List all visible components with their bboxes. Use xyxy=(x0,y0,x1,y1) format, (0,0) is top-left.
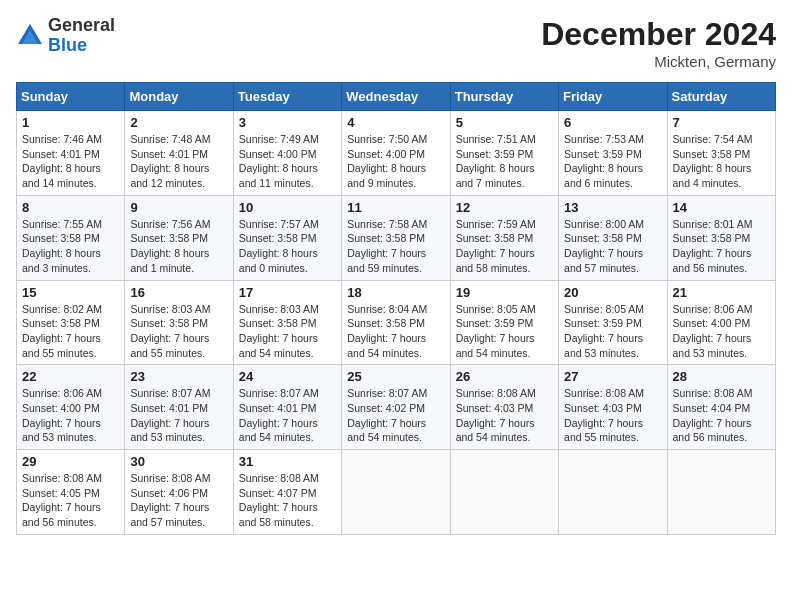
calendar-cell: 30 Sunrise: 8:08 AM Sunset: 4:06 PM Dayl… xyxy=(125,450,233,535)
day-number: 26 xyxy=(456,369,553,384)
day-info: Sunrise: 8:08 AM Sunset: 4:05 PM Dayligh… xyxy=(22,471,119,530)
calendar-cell: 17 Sunrise: 8:03 AM Sunset: 3:58 PM Dayl… xyxy=(233,280,341,365)
logo-general-text: General xyxy=(48,16,115,36)
calendar-cell xyxy=(667,450,775,535)
day-number: 30 xyxy=(130,454,227,469)
calendar-cell: 28 Sunrise: 8:08 AM Sunset: 4:04 PM Dayl… xyxy=(667,365,775,450)
calendar-cell: 22 Sunrise: 8:06 AM Sunset: 4:00 PM Dayl… xyxy=(17,365,125,450)
calendar-cell: 3 Sunrise: 7:49 AM Sunset: 4:00 PM Dayli… xyxy=(233,111,341,196)
day-number: 14 xyxy=(673,200,770,215)
day-info: Sunrise: 8:08 AM Sunset: 4:07 PM Dayligh… xyxy=(239,471,336,530)
day-info: Sunrise: 8:06 AM Sunset: 4:00 PM Dayligh… xyxy=(673,302,770,361)
day-number: 19 xyxy=(456,285,553,300)
calendar-cell: 23 Sunrise: 8:07 AM Sunset: 4:01 PM Dayl… xyxy=(125,365,233,450)
calendar-cell: 21 Sunrise: 8:06 AM Sunset: 4:00 PM Dayl… xyxy=(667,280,775,365)
calendar-cell: 20 Sunrise: 8:05 AM Sunset: 3:59 PM Dayl… xyxy=(559,280,667,365)
title-area: December 2024 Mickten, Germany xyxy=(541,16,776,70)
weekday-header: Monday xyxy=(125,83,233,111)
day-number: 24 xyxy=(239,369,336,384)
day-info: Sunrise: 7:58 AM Sunset: 3:58 PM Dayligh… xyxy=(347,217,444,276)
day-number: 27 xyxy=(564,369,661,384)
day-number: 28 xyxy=(673,369,770,384)
day-number: 20 xyxy=(564,285,661,300)
month-title: December 2024 xyxy=(541,16,776,53)
calendar-cell: 7 Sunrise: 7:54 AM Sunset: 3:58 PM Dayli… xyxy=(667,111,775,196)
logo-blue-text: Blue xyxy=(48,36,115,56)
header: General Blue December 2024 Mickten, Germ… xyxy=(16,16,776,70)
logo: General Blue xyxy=(16,16,115,56)
day-number: 11 xyxy=(347,200,444,215)
weekday-header: Tuesday xyxy=(233,83,341,111)
day-info: Sunrise: 8:04 AM Sunset: 3:58 PM Dayligh… xyxy=(347,302,444,361)
calendar-cell: 11 Sunrise: 7:58 AM Sunset: 3:58 PM Dayl… xyxy=(342,195,450,280)
day-info: Sunrise: 8:03 AM Sunset: 3:58 PM Dayligh… xyxy=(130,302,227,361)
day-number: 1 xyxy=(22,115,119,130)
day-number: 8 xyxy=(22,200,119,215)
calendar-cell: 8 Sunrise: 7:55 AM Sunset: 3:58 PM Dayli… xyxy=(17,195,125,280)
day-info: Sunrise: 8:02 AM Sunset: 3:58 PM Dayligh… xyxy=(22,302,119,361)
day-info: Sunrise: 8:00 AM Sunset: 3:58 PM Dayligh… xyxy=(564,217,661,276)
weekday-header: Friday xyxy=(559,83,667,111)
day-number: 17 xyxy=(239,285,336,300)
day-number: 6 xyxy=(564,115,661,130)
calendar-week-row: 22 Sunrise: 8:06 AM Sunset: 4:00 PM Dayl… xyxy=(17,365,776,450)
day-info: Sunrise: 8:08 AM Sunset: 4:06 PM Dayligh… xyxy=(130,471,227,530)
calendar-cell: 6 Sunrise: 7:53 AM Sunset: 3:59 PM Dayli… xyxy=(559,111,667,196)
day-info: Sunrise: 8:01 AM Sunset: 3:58 PM Dayligh… xyxy=(673,217,770,276)
day-number: 18 xyxy=(347,285,444,300)
day-info: Sunrise: 8:08 AM Sunset: 4:03 PM Dayligh… xyxy=(564,386,661,445)
day-info: Sunrise: 7:57 AM Sunset: 3:58 PM Dayligh… xyxy=(239,217,336,276)
day-info: Sunrise: 8:07 AM Sunset: 4:02 PM Dayligh… xyxy=(347,386,444,445)
day-number: 25 xyxy=(347,369,444,384)
calendar-cell: 27 Sunrise: 8:08 AM Sunset: 4:03 PM Dayl… xyxy=(559,365,667,450)
calendar-cell: 14 Sunrise: 8:01 AM Sunset: 3:58 PM Dayl… xyxy=(667,195,775,280)
calendar-cell: 31 Sunrise: 8:08 AM Sunset: 4:07 PM Dayl… xyxy=(233,450,341,535)
calendar-cell: 29 Sunrise: 8:08 AM Sunset: 4:05 PM Dayl… xyxy=(17,450,125,535)
calendar-cell xyxy=(450,450,558,535)
day-number: 9 xyxy=(130,200,227,215)
day-info: Sunrise: 7:48 AM Sunset: 4:01 PM Dayligh… xyxy=(130,132,227,191)
logo-icon xyxy=(16,22,44,50)
weekday-header: Sunday xyxy=(17,83,125,111)
calendar-cell: 18 Sunrise: 8:04 AM Sunset: 3:58 PM Dayl… xyxy=(342,280,450,365)
calendar-week-row: 1 Sunrise: 7:46 AM Sunset: 4:01 PM Dayli… xyxy=(17,111,776,196)
day-info: Sunrise: 8:07 AM Sunset: 4:01 PM Dayligh… xyxy=(239,386,336,445)
day-info: Sunrise: 8:08 AM Sunset: 4:04 PM Dayligh… xyxy=(673,386,770,445)
calendar: SundayMondayTuesdayWednesdayThursdayFrid… xyxy=(16,82,776,535)
day-number: 21 xyxy=(673,285,770,300)
calendar-cell: 19 Sunrise: 8:05 AM Sunset: 3:59 PM Dayl… xyxy=(450,280,558,365)
day-number: 4 xyxy=(347,115,444,130)
day-number: 22 xyxy=(22,369,119,384)
calendar-cell: 12 Sunrise: 7:59 AM Sunset: 3:58 PM Dayl… xyxy=(450,195,558,280)
day-info: Sunrise: 7:55 AM Sunset: 3:58 PM Dayligh… xyxy=(22,217,119,276)
calendar-cell: 10 Sunrise: 7:57 AM Sunset: 3:58 PM Dayl… xyxy=(233,195,341,280)
day-info: Sunrise: 7:59 AM Sunset: 3:58 PM Dayligh… xyxy=(456,217,553,276)
calendar-cell: 1 Sunrise: 7:46 AM Sunset: 4:01 PM Dayli… xyxy=(17,111,125,196)
day-number: 13 xyxy=(564,200,661,215)
day-info: Sunrise: 8:06 AM Sunset: 4:00 PM Dayligh… xyxy=(22,386,119,445)
day-number: 29 xyxy=(22,454,119,469)
location: Mickten, Germany xyxy=(541,53,776,70)
day-info: Sunrise: 8:05 AM Sunset: 3:59 PM Dayligh… xyxy=(456,302,553,361)
day-info: Sunrise: 8:03 AM Sunset: 3:58 PM Dayligh… xyxy=(239,302,336,361)
day-number: 31 xyxy=(239,454,336,469)
calendar-cell: 2 Sunrise: 7:48 AM Sunset: 4:01 PM Dayli… xyxy=(125,111,233,196)
day-number: 3 xyxy=(239,115,336,130)
calendar-cell: 16 Sunrise: 8:03 AM Sunset: 3:58 PM Dayl… xyxy=(125,280,233,365)
day-info: Sunrise: 7:50 AM Sunset: 4:00 PM Dayligh… xyxy=(347,132,444,191)
day-info: Sunrise: 8:08 AM Sunset: 4:03 PM Dayligh… xyxy=(456,386,553,445)
calendar-week-row: 8 Sunrise: 7:55 AM Sunset: 3:58 PM Dayli… xyxy=(17,195,776,280)
calendar-cell xyxy=(342,450,450,535)
day-info: Sunrise: 7:46 AM Sunset: 4:01 PM Dayligh… xyxy=(22,132,119,191)
weekday-header: Saturday xyxy=(667,83,775,111)
weekday-header: Thursday xyxy=(450,83,558,111)
day-info: Sunrise: 8:05 AM Sunset: 3:59 PM Dayligh… xyxy=(564,302,661,361)
day-info: Sunrise: 7:56 AM Sunset: 3:58 PM Dayligh… xyxy=(130,217,227,276)
day-number: 7 xyxy=(673,115,770,130)
day-info: Sunrise: 7:51 AM Sunset: 3:59 PM Dayligh… xyxy=(456,132,553,191)
day-number: 10 xyxy=(239,200,336,215)
calendar-cell xyxy=(559,450,667,535)
calendar-cell: 5 Sunrise: 7:51 AM Sunset: 3:59 PM Dayli… xyxy=(450,111,558,196)
day-info: Sunrise: 7:54 AM Sunset: 3:58 PM Dayligh… xyxy=(673,132,770,191)
day-info: Sunrise: 7:53 AM Sunset: 3:59 PM Dayligh… xyxy=(564,132,661,191)
